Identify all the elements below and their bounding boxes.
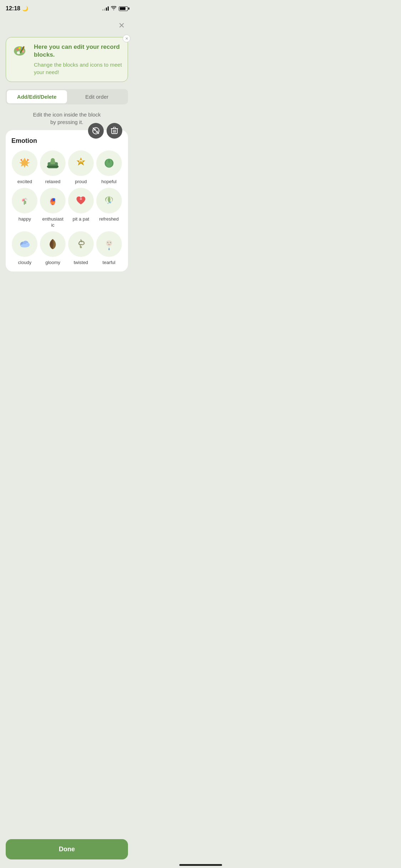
svg-point-42 — [21, 244, 29, 248]
svg-point-44 — [108, 248, 110, 250]
emotion-label-relaxed: relaxed — [45, 179, 61, 185]
close-icon: ✕ — [118, 21, 125, 30]
emotion-icon-gloomy — [40, 231, 66, 257]
emotion-item-gloomy[interactable]: gloomy — [40, 231, 66, 266]
emotion-icon-happy — [12, 188, 37, 213]
svg-point-1 — [16, 48, 19, 51]
status-time: 12:18 — [6, 5, 20, 12]
emotion-label-excited: excited — [17, 179, 32, 185]
delete-button[interactable] — [107, 123, 122, 139]
emotion-label-enthusiastic: enthusiast ic — [42, 216, 63, 228]
tab-edit-order[interactable]: Edit order — [67, 90, 127, 103]
moon-icon: 🌙 — [22, 6, 28, 11]
emotion-label-tearful: tearful — [103, 260, 115, 266]
emotion-icon-pit-a-pat — [68, 188, 94, 213]
emotion-label-refreshed: refreshed — [99, 216, 119, 222]
info-card: ✕ Here you can edit your record blocks. … — [6, 37, 128, 82]
signal-icon — [102, 6, 109, 11]
emotion-item-cloudy[interactable]: cloudy — [11, 231, 38, 266]
emotion-label-hopeful: hopeful — [101, 179, 117, 185]
info-card-text: Here you can edit your record blocks. Ch… — [34, 43, 122, 76]
status-bar: 12:18 🌙 — [0, 0, 134, 16]
emotion-item-enthusiastic[interactable]: enthusiast ic — [40, 188, 66, 228]
emotion-label-cloudy: cloudy — [18, 260, 32, 266]
hide-button[interactable] — [88, 123, 104, 139]
tab-switcher: Add/Edit/Delete Edit order — [6, 89, 128, 104]
info-card-title: Here you can edit your record blocks. — [34, 43, 122, 59]
emotion-item-proud[interactable]: proud — [68, 150, 94, 185]
emotion-label-gloomy: gloomy — [45, 260, 60, 266]
emotion-item-happy[interactable]: happy — [11, 188, 38, 228]
wifi-icon — [111, 6, 117, 11]
content-card: Emotion excited relaxed proud hopeful ha… — [6, 130, 128, 272]
emotion-icon-proud — [68, 150, 94, 176]
emotion-label-proud: proud — [75, 179, 87, 185]
emotion-icon-refreshed — [96, 188, 122, 213]
info-card-close-button[interactable]: ✕ — [123, 35, 130, 42]
emotion-icon-excited — [12, 150, 37, 176]
battery-icon — [119, 6, 128, 11]
svg-point-22 — [51, 158, 55, 162]
emotion-label-happy: happy — [19, 216, 31, 222]
emotion-label-pit-a-pat: pit a pat — [73, 216, 89, 222]
svg-rect-20 — [47, 166, 58, 168]
emotion-icon-enthusiastic — [40, 188, 66, 213]
emotion-icon-hopeful — [96, 150, 122, 176]
emotion-item-refreshed[interactable]: refreshed — [96, 188, 122, 228]
emotion-icon-tearful — [96, 231, 122, 257]
emotion-item-excited[interactable]: excited — [11, 150, 38, 185]
emotion-item-pit-a-pat[interactable]: pit a pat — [68, 188, 94, 228]
svg-marker-16 — [19, 158, 30, 168]
close-button[interactable]: ✕ — [115, 19, 128, 32]
emotion-label-twisted: twisted — [74, 260, 88, 266]
info-card-icon — [12, 43, 30, 60]
svg-point-33 — [51, 202, 53, 205]
emotion-icon-twisted — [68, 231, 94, 257]
emotion-item-relaxed[interactable]: relaxed — [40, 150, 66, 185]
svg-rect-12 — [113, 127, 115, 129]
svg-point-2 — [19, 47, 21, 49]
emotion-item-hopeful[interactable]: hopeful — [96, 150, 122, 185]
status-icons — [102, 6, 128, 11]
card-actions — [88, 123, 122, 139]
tab-add-edit-delete[interactable]: Add/Edit/Delete — [7, 90, 67, 103]
emotion-icon-relaxed — [40, 150, 66, 176]
svg-point-34 — [53, 202, 55, 205]
svg-point-35 — [80, 198, 82, 200]
info-card-description: Change the blocks and icons to meet your… — [34, 61, 122, 76]
svg-point-32 — [54, 198, 55, 200]
info-card-close-icon: ✕ — [125, 36, 128, 41]
emotion-icon-cloudy — [12, 231, 37, 257]
svg-point-36 — [109, 201, 111, 203]
svg-point-37 — [107, 203, 109, 204]
emotion-item-twisted[interactable]: twisted — [68, 231, 94, 266]
emotion-item-tearful[interactable]: tearful — [96, 231, 122, 266]
emotion-grid: excited relaxed proud hopeful happy enth… — [11, 150, 122, 266]
